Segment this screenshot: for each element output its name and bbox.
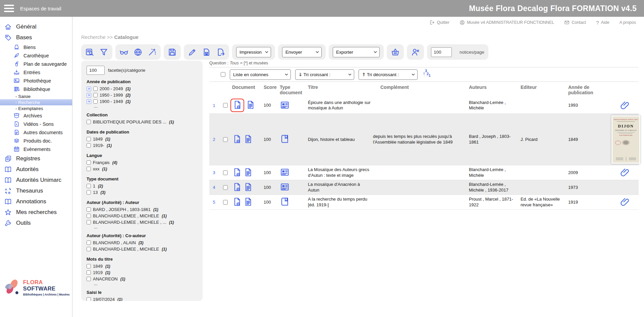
view-record-icon[interactable] <box>243 182 253 193</box>
workspaces-label[interactable]: Espaces de travail <box>20 6 61 11</box>
facet-checkbox[interactable] <box>87 143 91 148</box>
facet-checkbox[interactable] <box>93 87 98 91</box>
select-all-checkbox[interactable] <box>221 72 225 77</box>
row-number-link[interactable]: 2 <box>209 137 219 142</box>
facet-checkbox[interactable] <box>87 220 91 224</box>
filter-funnel-button[interactable] <box>99 48 108 57</box>
sidebar-item-bases[interactable]: Bases <box>0 32 72 43</box>
facet-checkbox[interactable] <box>87 137 91 141</box>
basket-button[interactable] <box>391 48 400 57</box>
notices-per-page-input[interactable] <box>431 47 452 57</box>
sidebar-item-plan-de-sauvegarde[interactable]: Plan de sauvegarde <box>0 60 72 68</box>
sidebar-item-entrees[interactable]: Entrées <box>0 68 72 76</box>
sidebar-item-archives[interactable]: Archives <box>0 111 72 120</box>
facet-checkbox[interactable] <box>87 214 91 218</box>
row-checkbox[interactable] <box>223 185 228 190</box>
sidebar-item-autres-documents[interactable]: Autres documents <box>0 128 72 137</box>
sidebar-item-exemplaires[interactable]: - Exemplaires <box>0 105 72 111</box>
facet-checkbox[interactable] <box>93 99 98 104</box>
open-record-icon[interactable] <box>232 167 242 178</box>
facet-checkbox[interactable] <box>87 207 91 212</box>
open-record-icon[interactable] <box>232 197 242 208</box>
facet-checkbox[interactable] <box>87 190 91 195</box>
view-record-icon[interactable] <box>243 197 253 208</box>
save-floppy-button[interactable] <box>168 48 177 57</box>
view-record-icon[interactable] <box>243 134 253 145</box>
sidebar-item-biens[interactable]: Biens <box>0 43 72 51</box>
row-checkbox[interactable] <box>223 170 228 175</box>
expand-plus-icon[interactable] <box>87 99 91 104</box>
exporter-select[interactable]: Exporter <box>333 47 380 57</box>
sidebar-item-annotations[interactable]: Annotations <box>0 196 72 207</box>
sidebar-item-mes-recherches[interactable]: Mes recherches <box>0 207 72 218</box>
facet-more[interactable]: ... <box>94 225 197 229</box>
view-record-icon[interactable] <box>243 167 253 178</box>
hamburger-menu-icon[interactable] <box>4 5 14 12</box>
sidebar-item-outils[interactable]: Outils <box>0 218 72 228</box>
facet-checkbox[interactable] <box>87 270 91 275</box>
sidebar-item-phototheque[interactable]: Photothèque <box>0 76 72 85</box>
row-checkbox[interactable] <box>223 137 228 142</box>
sidebar-item-produits-doc[interactable]: Produits doc. <box>0 137 72 145</box>
facet-checkbox[interactable] <box>87 167 91 171</box>
globe-button[interactable] <box>133 48 143 57</box>
sidebar-item-autorites[interactable]: Autorités <box>0 164 72 175</box>
sidebar-item-autorites-unimarc[interactable]: Autorités Unimarc <box>0 175 72 186</box>
expand-plus-icon[interactable] <box>87 87 91 91</box>
view-record-icon[interactable] <box>246 100 255 111</box>
multi-sort-icon[interactable]: 3 ↑ 2 1 <box>422 70 431 79</box>
open-record-icon[interactable] <box>232 134 242 145</box>
facet-checkbox[interactable] <box>87 160 91 165</box>
document-export-button[interactable] <box>216 48 225 57</box>
facet-checkbox[interactable] <box>87 184 91 188</box>
sidebar-item-videos-sons[interactable]: Vidéos - Sons <box>0 120 72 128</box>
sort-desc-select[interactable]: ⇑ Tri décroissant : <box>359 69 418 80</box>
sidebar-item-recherche[interactable]: - Recherche <box>0 99 72 105</box>
row-number-link[interactable]: 1 <box>209 103 219 108</box>
sidebar-item-evenements[interactable]: Evènements <box>0 145 72 153</box>
sidebar-item-general[interactable]: Général <box>0 21 72 32</box>
sidebar-item-registres[interactable]: Registres <box>0 153 72 164</box>
sidebar-item-carotheque[interactable]: Carothèque <box>0 51 72 60</box>
edit-pencil-button[interactable] <box>188 48 197 57</box>
glasses-preview-button[interactable] <box>119 48 128 57</box>
record-thumbnail[interactable]: BIBLIOTHEQUE POPULAIRE DIJON HISTOIRE ET… <box>611 115 640 164</box>
magic-wand-button[interactable] <box>148 48 157 57</box>
row-number-link[interactable]: 4 <box>209 185 219 190</box>
attachment-paperclip[interactable] <box>611 101 639 110</box>
facet-checkbox[interactable] <box>87 297 91 301</box>
apropos-link[interactable]: A propos <box>620 20 636 25</box>
quitter-link[interactable]: Quitter <box>429 20 449 25</box>
facet-more[interactable]: ... <box>94 105 197 108</box>
facet-checkbox[interactable] <box>87 241 91 245</box>
open-record-icon[interactable] <box>232 182 242 193</box>
expand-plus-icon[interactable] <box>87 93 91 98</box>
row-number-link[interactable]: 3 <box>209 170 219 175</box>
sidebar-item-saisie[interactable]: - Saisie <box>0 93 72 99</box>
row-checkbox[interactable] <box>223 200 228 205</box>
open-record-icon[interactable] <box>232 100 242 111</box>
results-list-button[interactable] <box>85 48 94 57</box>
contact-link[interactable]: Contact <box>564 20 586 25</box>
facet-count-input[interactable] <box>87 66 105 75</box>
envoyer-select[interactable]: Envoyer <box>282 47 322 57</box>
aide-link[interactable]: ? Aide <box>596 20 609 25</box>
sidebar-item-thesaurus[interactable]: ABThesaurus <box>0 186 72 196</box>
highlighted-doc-icon[interactable] <box>230 99 244 112</box>
row-checkbox[interactable] <box>223 103 228 108</box>
facet-checkbox[interactable] <box>93 93 98 97</box>
facet-checkbox[interactable] <box>87 277 91 281</box>
sort-asc-select[interactable]: ⇓ Tri croissant : <box>295 69 354 80</box>
impression-select[interactable]: Impression <box>236 47 271 57</box>
row-number-link[interactable]: 5 <box>209 200 219 205</box>
facet-checkbox[interactable] <box>87 264 91 268</box>
facet-checkbox[interactable] <box>87 247 91 251</box>
facet-more[interactable]: ... <box>94 282 197 285</box>
facet-checkbox[interactable] <box>87 120 91 124</box>
sidebar-item-bibliotheque[interactable]: Bibliothèque <box>0 85 72 93</box>
document-print-button[interactable] <box>202 48 211 57</box>
remove-user-button[interactable] <box>411 48 420 57</box>
attachment-paperclip[interactable] <box>611 198 639 207</box>
user-account[interactable]: Musée v4 ADMINISTRATEUR FONCTIONNEL <box>460 20 554 25</box>
attachment-paperclip[interactable] <box>611 168 639 177</box>
